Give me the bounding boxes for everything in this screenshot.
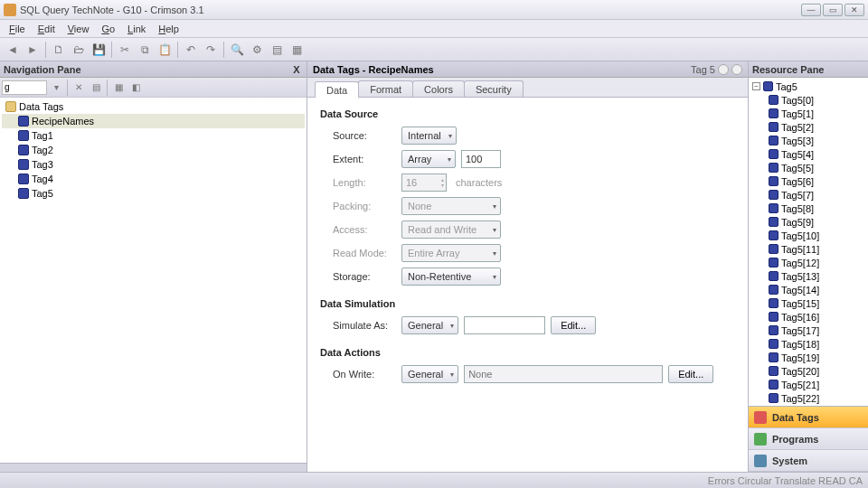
- resource-item[interactable]: Tag5[8]: [750, 202, 866, 215]
- storage-label: Storage:: [333, 271, 396, 282]
- nav-filter-input[interactable]: [2, 80, 47, 95]
- menu-link[interactable]: Link: [122, 22, 151, 36]
- nav-t3-icon[interactable]: ▦: [110, 80, 127, 96]
- resource-cat-system[interactable]: System: [749, 450, 868, 472]
- resource-item[interactable]: Tag5[10]: [750, 229, 866, 242]
- minimize-button[interactable]: —: [801, 4, 821, 16]
- tag-icon: [769, 271, 778, 281]
- undo-icon[interactable]: ↶: [182, 41, 200, 59]
- maximize-button[interactable]: ▭: [823, 4, 843, 16]
- app-icon: [4, 4, 16, 16]
- nav-item-tag4[interactable]: Tag4: [2, 172, 305, 186]
- new-icon[interactable]: 🗋: [50, 41, 68, 59]
- menu-file[interactable]: File: [4, 22, 31, 36]
- access-dropdown: Read and Write: [401, 221, 501, 239]
- extent-dropdown[interactable]: Array: [401, 150, 456, 168]
- tool-icon[interactable]: ⚙: [248, 41, 266, 59]
- onwrite-input[interactable]: [464, 365, 663, 383]
- onwrite-label: On Write:: [333, 369, 396, 380]
- forward-icon[interactable]: ►: [24, 41, 42, 59]
- resource-root[interactable]: −Tag5: [750, 80, 866, 93]
- resource-item[interactable]: Tag5[5]: [750, 161, 866, 174]
- tab-security[interactable]: Security: [464, 80, 524, 97]
- nav-item-tag2[interactable]: Tag2: [2, 143, 305, 157]
- resource-item[interactable]: Tag5[17]: [750, 324, 866, 337]
- resource-item[interactable]: Tag5[13]: [750, 269, 866, 283]
- nav-pane-close-icon[interactable]: X: [290, 63, 303, 76]
- simulate-edit-button[interactable]: Edit...: [551, 316, 596, 334]
- nav-t2-icon[interactable]: ▤: [88, 80, 104, 96]
- find-icon[interactable]: 🔍: [228, 41, 246, 59]
- resource-item[interactable]: Tag5[1]: [750, 107, 866, 120]
- nav-tree-root[interactable]: Data Tags: [2, 99, 305, 114]
- resource-item[interactable]: Tag5[0]: [750, 93, 866, 107]
- resource-item[interactable]: Tag5[18]: [750, 337, 866, 351]
- resource-item[interactable]: Tag5[3]: [750, 134, 866, 147]
- simulate-dropdown[interactable]: General: [401, 316, 458, 334]
- nav-item-tag3[interactable]: Tag3: [2, 157, 305, 172]
- tab-strip: DataFormatColorsSecurity: [307, 78, 748, 98]
- extent-label: Extent:: [333, 154, 396, 164]
- resource-item[interactable]: Tag5[15]: [750, 296, 866, 310]
- redo-icon[interactable]: ↷: [202, 41, 220, 59]
- nav-t4-icon[interactable]: ◧: [127, 80, 144, 96]
- nav-item-tag5[interactable]: Tag5: [2, 186, 305, 201]
- resource-item[interactable]: Tag5[20]: [750, 364, 866, 378]
- resource-item[interactable]: Tag5[12]: [750, 256, 866, 269]
- nav-tool-icon[interactable]: ▾: [48, 80, 64, 96]
- storage-dropdown[interactable]: Non-Retentive: [401, 267, 501, 286]
- extent-input[interactable]: [461, 150, 501, 168]
- resource-item[interactable]: Tag5[9]: [750, 215, 866, 229]
- header-ico2[interactable]: [731, 64, 742, 75]
- simulate-input[interactable]: [464, 316, 545, 334]
- onwrite-edit-button[interactable]: Edit...: [668, 365, 713, 383]
- resource-item[interactable]: Tag5[7]: [750, 188, 866, 202]
- nav-scrollbar[interactable]: [0, 463, 307, 472]
- onwrite-dropdown[interactable]: General: [401, 365, 458, 383]
- resource-item[interactable]: Tag5[2]: [750, 120, 866, 134]
- nav-item-tag1[interactable]: Tag1: [2, 128, 305, 143]
- tool2-icon[interactable]: ▤: [268, 41, 286, 59]
- tag-icon: [769, 366, 778, 376]
- center-header: Data Tags - RecipeNames Tag 5: [307, 61, 748, 78]
- close-button[interactable]: ✕: [844, 4, 864, 16]
- resource-cat-data-tags[interactable]: Data Tags: [749, 407, 868, 428]
- resource-item[interactable]: Tag5[22]: [750, 391, 866, 405]
- source-dropdown[interactable]: Internal: [401, 127, 457, 145]
- resource-item[interactable]: Tag5[21]: [750, 378, 866, 391]
- resource-tree[interactable]: −Tag5Tag5[0]Tag5[1]Tag5[2]Tag5[3]Tag5[4]…: [749, 78, 868, 406]
- length-spinner: 16: [401, 174, 447, 192]
- resource-item[interactable]: Tag5[6]: [750, 174, 866, 188]
- tag-icon: [769, 298, 778, 308]
- copy-icon[interactable]: ⧉: [136, 41, 154, 59]
- menu-view[interactable]: View: [62, 22, 95, 36]
- readmode-dropdown: Entire Array: [401, 244, 501, 262]
- resource-item[interactable]: Tag5[14]: [750, 283, 866, 296]
- nav-new-icon[interactable]: ✕: [71, 80, 87, 96]
- tag-icon: [18, 159, 29, 170]
- tab-colors[interactable]: Colors: [412, 80, 465, 97]
- tool3-icon[interactable]: ▦: [288, 41, 306, 59]
- resource-cat-programs[interactable]: Programs: [749, 428, 868, 450]
- paste-icon[interactable]: 📋: [156, 41, 174, 59]
- nav-item-recipenames[interactable]: RecipeNames: [2, 114, 305, 128]
- save-icon[interactable]: 💾: [90, 41, 108, 59]
- tab-data[interactable]: Data: [315, 81, 359, 98]
- resource-item[interactable]: Tag5[4]: [750, 147, 866, 161]
- nav-tree[interactable]: Data TagsRecipeNamesTag1Tag2Tag3Tag4Tag5: [0, 98, 307, 463]
- resource-pane-title: Resource Pane: [752, 64, 824, 75]
- resource-item[interactable]: Tag5[19]: [750, 351, 866, 364]
- menu-go[interactable]: Go: [96, 22, 120, 36]
- tab-format[interactable]: Format: [358, 80, 413, 97]
- back-icon[interactable]: ◄: [4, 41, 22, 59]
- title-bar: SQL Query TechNote - G10 - Crimson 3.1 —…: [0, 0, 868, 20]
- menu-help[interactable]: Help: [153, 22, 184, 36]
- resource-item[interactable]: Tag5[11]: [750, 242, 866, 256]
- menu-edit[interactable]: Edit: [33, 22, 61, 36]
- open-icon[interactable]: 🗁: [70, 41, 88, 59]
- collapse-icon[interactable]: −: [752, 82, 760, 90]
- resource-item[interactable]: Tag5[16]: [750, 310, 866, 324]
- cut-icon[interactable]: ✂: [116, 41, 134, 59]
- header-ico1[interactable]: [718, 64, 729, 75]
- main-toolbar: ◄ ► 🗋 🗁 💾 ✂ ⧉ 📋 ↶ ↷ 🔍 ⚙ ▤ ▦: [0, 38, 868, 61]
